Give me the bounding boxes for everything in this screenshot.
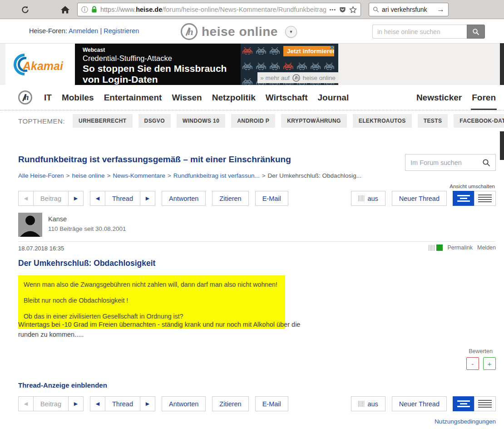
reload-icon[interactable] [19,4,31,15]
antworten-button[interactable]: Antworten [162,396,206,411]
downvote-button[interactable]: - [466,357,479,370]
svg-text:Akamai: Akamai [22,60,64,72]
pocket-icon[interactable] [339,6,346,13]
browser-search-input[interactable] [382,6,434,13]
topic-chip[interactable]: ELEKTROAUTOS [353,114,412,128]
thread-toggle-link[interactable]: Thread-Anzeige einblenden [18,381,107,389]
email-button[interactable]: E-Mail [255,191,288,206]
forum-search-input[interactable] [410,159,479,166]
heise-logo[interactable]: h heise online [181,23,278,40]
topic-chip[interactable]: FACEBOOK-DATENSKANDAL [454,114,504,128]
ad-line2: So stoppen Sie den Missbrauch [83,63,241,74]
post-meta: Permalink Melden [429,244,496,251]
invader-icon [270,47,280,55]
login-area: Heise-Foren: Anmelden | Registrieren [29,27,139,35]
terms-link[interactable]: Nutzungsbedingungen [435,418,496,425]
next-thread-button[interactable]: ▶ [140,191,155,206]
thread-label: Thread [105,191,140,206]
search-go-icon[interactable]: → [437,5,445,14]
prev-beitrag-button[interactable]: ◀ [18,191,34,206]
ad-cta-button[interactable]: Jetzt informieren [283,46,334,56]
prev-thread-button[interactable]: ◀ [90,191,105,206]
next-beitrag-button[interactable]: ▶ [68,191,84,206]
threaded-view-toggle[interactable] [453,396,474,411]
prev-thread-button[interactable]: ◀ [90,396,105,411]
search-icon [373,6,379,13]
antworten-button[interactable]: Antworten [162,191,206,206]
bewerten-label: Bewerten [469,348,493,354]
zitieren-button[interactable]: Zitieren [212,191,248,206]
login-link[interactable]: Anmelden [69,27,98,35]
view-toggle-group [453,191,496,206]
ad-copy: Webcast Credential-Stuffing-Attacke So s… [75,44,241,85]
nav-item[interactable]: Newsticker [416,93,462,103]
divider [18,241,496,242]
topic-chip[interactable]: ANDROID P [231,114,275,128]
forum-title[interactable]: Rundfunkbeitrag ist verfassungsgemäß – m… [18,155,390,165]
topic-chip[interactable]: TESTS [418,114,448,128]
flat-view-toggle[interactable] [474,396,496,411]
breadcrumb-separator: > [66,172,70,179]
breadcrumb-link[interactable]: News-Kommentare [113,172,165,179]
site-search-input[interactable] [372,25,467,39]
neuer-thread-button[interactable]: Neuer Thread [392,191,447,206]
invader-icon [242,78,252,85]
nav-item[interactable]: Journal [318,93,349,103]
search-icon[interactable] [482,159,490,167]
avatar[interactable] [18,213,42,237]
topic-chip[interactable]: URHEBERRECHT [73,114,132,128]
author-name[interactable]: Kanse [48,215,67,223]
email-button[interactable]: E-Mail [255,396,288,411]
breadcrumb-link[interactable]: Alle Heise-Foren [18,172,64,179]
ad-kicker: Webcast [83,47,241,53]
page-actions-icon[interactable]: ••• [329,7,336,12]
threading-aus-button[interactable]: aus [351,396,385,411]
ad-more-link[interactable]: » mehr auf h heise online [257,72,338,83]
breadcrumb-link[interactable]: Rundfunkbeitrag ist verfassun... [173,172,260,179]
bookmark-star-icon[interactable] [349,6,357,14]
lock-icon [91,6,97,13]
highlighted-paragraph: Bleibt nur noch die Obdachlosigkeit ! [24,297,280,305]
ad-close-icon[interactable]: × [330,44,504,51]
site-search-button[interactable] [467,25,485,39]
browser-search[interactable]: → [369,3,449,16]
post-toolbar-top: ◀ Beitrag ▶ ◀ Thread ▶ Antworten Zitiere… [18,191,496,206]
nav-item[interactable]: IT [44,93,52,103]
topic-chip[interactable]: DSGVO [138,114,171,128]
next-thread-button[interactable]: ▶ [140,396,155,411]
top-topics-bar: TOPTHEMEN: URHEBERRECHTDSGVOWINDOWS 10AN… [0,110,504,131]
heise-logo-icon[interactable]: h [18,90,32,105]
flat-view-toggle[interactable] [474,191,496,206]
nav-item[interactable]: Wissen [172,93,202,103]
nav-item[interactable]: Entertainment [104,93,162,103]
author-meta: 110 Beiträge seit 30.08.2001 [48,225,126,232]
permalink-link[interactable]: Permalink [447,244,473,251]
threaded-view-toggle[interactable] [453,191,474,206]
thread-position-icon [436,244,443,251]
next-beitrag-button[interactable]: ▶ [68,396,84,411]
ad-line1: Credential-Stuffing-Attacke [83,54,241,63]
topic-chip[interactable]: WINDOWS 10 [177,114,225,128]
breadcrumb-current: Der Umkehrschluß: Obdachlosig... [268,172,361,179]
ad-banner[interactable]: Akamai Webcast Credential-Stuffing-Attac… [5,44,338,85]
breadcrumb-link[interactable]: heise online [72,172,104,179]
home-icon[interactable] [59,4,71,15]
url-bar[interactable]: ⓘ https://www.heise.de/forum/heise-onlin… [77,3,361,16]
nav-item[interactable]: Wirtschaft [266,93,308,103]
upvote-button[interactable]: + [483,357,496,370]
neuer-thread-button[interactable]: Neuer Thread [392,396,447,411]
prev-beitrag-button[interactable]: ◀ [18,396,34,411]
ad-more-brand: heise online [303,75,336,81]
invader-icon [297,63,307,70]
threading-aus-button[interactable]: aus [351,191,385,206]
register-link[interactable]: Registrieren [104,27,139,35]
post-title[interactable]: Der Umkehrschluß: Obdachlosigkeit [18,259,155,268]
nav-item[interactable]: Mobiles [62,93,94,103]
topic-chip[interactable]: KRYPTOWÄHRUNG [281,114,347,128]
zitieren-button[interactable]: Zitieren [212,396,248,411]
header-dropdown-icon[interactable]: ▼ [285,26,297,38]
nav-item[interactable]: Foren [472,93,496,103]
info-icon[interactable]: ⓘ [81,5,88,14]
nav-item[interactable]: Netzpolitik [212,93,256,103]
melden-link[interactable]: Melden [477,244,496,251]
